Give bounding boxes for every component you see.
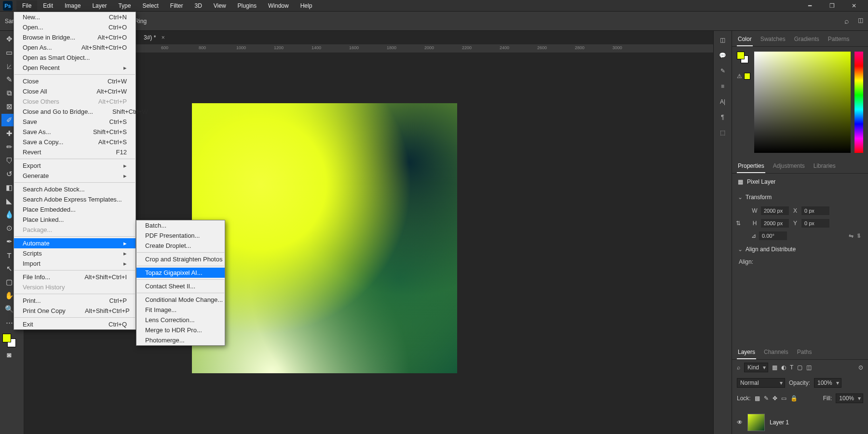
menu-item[interactable]: Export — [14, 161, 136, 171]
paragraph-icon[interactable]: ¶ — [721, 114, 724, 121]
filter-kind-dropdown[interactable]: Kind — [744, 363, 768, 372]
fill-input[interactable]: 100% — [836, 393, 863, 403]
menu-item[interactable]: Close AllAlt+Ctrl+W — [14, 86, 136, 96]
workspace-icon[interactable]: ◫ — [858, 17, 863, 26]
menu-item[interactable]: Open...Ctrl+O — [14, 22, 136, 32]
link-wh-icon[interactable]: ⇅ — [732, 204, 745, 242]
menu-item[interactable]: RevertF12 — [14, 147, 136, 157]
tab-patterns[interactable]: Patterns — [827, 34, 851, 46]
menu-item[interactable]: Create Droplet... — [136, 241, 225, 251]
canvas[interactable] — [192, 103, 457, 373]
menu-item[interactable]: Import — [14, 258, 136, 269]
angle-input[interactable]: 0.00° — [759, 231, 787, 240]
menu-select[interactable]: Select — [136, 0, 164, 11]
filter-type-icon[interactable]: T — [790, 364, 793, 371]
tab-swatches[interactable]: Swatches — [760, 34, 787, 46]
menu-item[interactable]: Print...Ctrl+P — [14, 296, 136, 306]
menu-item[interactable]: New...Ctrl+N — [14, 12, 136, 22]
filter-pixel-icon[interactable]: ▦ — [772, 364, 777, 371]
menu-item[interactable]: Print One CopyAlt+Shift+Ctrl+P — [14, 306, 136, 316]
lock-pixels-icon[interactable]: ▩ — [755, 395, 760, 402]
tab-channels[interactable]: Channels — [763, 347, 789, 359]
saturation-field[interactable] — [754, 52, 851, 153]
close-button[interactable]: ✕ — [843, 0, 865, 12]
menu-view[interactable]: View — [208, 0, 232, 11]
menu-item[interactable]: Place Embedded... — [14, 204, 136, 215]
menu-item[interactable]: Contact Sheet II... — [136, 281, 225, 291]
lock-all-icon[interactable]: 🔒 — [790, 395, 798, 402]
menu-layer[interactable]: Layer — [86, 0, 112, 11]
menu-plugins[interactable]: Plugins — [232, 0, 262, 11]
menu-file[interactable]: File — [16, 0, 37, 11]
flip-v-icon[interactable]: ⥮ — [856, 232, 861, 239]
lock-position-icon[interactable]: ✥ — [773, 395, 777, 402]
menu-image[interactable]: Image — [59, 0, 86, 11]
menu-item[interactable]: Open As...Alt+Shift+Ctrl+O — [14, 42, 136, 53]
menu-item[interactable]: Generate — [14, 171, 136, 181]
gamut-swatch[interactable] — [744, 73, 750, 80]
menu-item[interactable]: Open as Smart Object... — [14, 53, 136, 63]
tab-paths[interactable]: Paths — [796, 347, 813, 359]
menu-item[interactable]: ExitCtrl+Q — [14, 319, 136, 329]
color-swatch-tool[interactable] — [2, 334, 16, 347]
menu-item[interactable]: Save a Copy...Alt+Ctrl+S — [14, 137, 136, 147]
layer-name[interactable]: Layer 1 — [770, 419, 789, 426]
menu-window[interactable]: Window — [262, 0, 295, 11]
lock-artboard-icon[interactable]: ▭ — [781, 395, 787, 402]
tab-adjustments[interactable]: Adjustments — [772, 161, 806, 173]
menu-item[interactable]: Merge to HDR Pro... — [136, 325, 225, 335]
quick-mask-tool[interactable]: ◙ — [1, 348, 17, 361]
x-input[interactable]: 0 px — [801, 206, 829, 215]
filter-adjust-icon[interactable]: ◐ — [781, 364, 786, 371]
lock-brush-icon[interactable]: ✎ — [764, 395, 769, 402]
layer-row[interactable]: 👁 Layer 1 — [732, 411, 868, 434]
align-section[interactable]: Align and Distribute — [732, 242, 868, 257]
search-icon[interactable]: ⌕ — [844, 17, 849, 26]
menu-item[interactable]: Lens Correction... — [136, 315, 225, 325]
visibility-icon[interactable]: 👁 — [737, 419, 743, 426]
tab-properties[interactable]: Properties — [737, 161, 765, 173]
menu-item[interactable]: Topaz Gigapixel AI... — [136, 268, 225, 278]
menu-type[interactable]: Type — [112, 0, 136, 11]
brushes-icon[interactable]: ✎ — [720, 68, 725, 74]
filter-smart-icon[interactable]: ◫ — [806, 364, 812, 371]
hue-slider[interactable] — [854, 52, 863, 153]
menu-item[interactable]: Browse in Bridge...Alt+Ctrl+O — [14, 32, 136, 42]
blend-mode-dropdown[interactable]: Normal — [737, 378, 785, 388]
character-icon[interactable]: A| — [720, 98, 725, 105]
y-input[interactable]: 0 px — [801, 219, 829, 228]
document-tab[interactable]: 3#) * × — [139, 32, 170, 43]
comments-icon[interactable]: 💬 — [719, 52, 726, 59]
foreground-background-swatch[interactable] — [737, 52, 748, 63]
menu-item[interactable]: SaveCtrl+S — [14, 117, 136, 127]
menu-item[interactable]: Close and Go to Bridge...Shift+Ctrl+W — [14, 107, 136, 117]
menu-item[interactable]: Place Linked... — [14, 215, 136, 225]
filter-search-icon[interactable]: ⌕ — [737, 364, 740, 371]
menu-item[interactable]: Photomerge... — [136, 335, 225, 345]
layer-thumbnail[interactable] — [747, 414, 765, 431]
menu-item[interactable]: Search Adobe Stock... — [14, 184, 136, 194]
menu-item[interactable]: Crop and Straighten Photos — [136, 254, 225, 264]
menu-help[interactable]: Help — [295, 0, 318, 11]
transform-section[interactable]: Transform — [732, 190, 868, 204]
menu-item[interactable]: Search Adobe Express Templates... — [14, 194, 136, 204]
tab-gradients[interactable]: Gradients — [793, 34, 820, 46]
w-input[interactable]: 2000 px — [761, 206, 789, 215]
menu-3d[interactable]: 3D — [189, 0, 207, 11]
menu-filter[interactable]: Filter — [164, 0, 189, 11]
opacity-input[interactable]: 100% — [814, 378, 841, 388]
h-input[interactable]: 2000 px — [761, 219, 789, 228]
tab-layers[interactable]: Layers — [737, 347, 756, 359]
3d-icon[interactable]: ⬚ — [720, 129, 725, 136]
adjustments-icon[interactable]: ≡ — [721, 83, 724, 90]
menu-item[interactable]: Save As...Shift+Ctrl+S — [14, 127, 136, 137]
menu-item[interactable]: Fit Image... — [136, 305, 225, 315]
gamut-warning-icon[interactable]: ⚠ — [737, 73, 742, 80]
menu-item[interactable]: Open Recent — [14, 63, 136, 73]
tab-libraries[interactable]: Libraries — [813, 161, 837, 173]
close-icon[interactable]: × — [162, 34, 165, 41]
tab-color[interactable]: Color — [737, 34, 753, 46]
filter-shape-icon[interactable]: ▢ — [797, 364, 802, 371]
menu-item[interactable]: CloseCtrl+W — [14, 76, 136, 86]
panel-icon[interactable]: ◫ — [720, 37, 725, 43]
